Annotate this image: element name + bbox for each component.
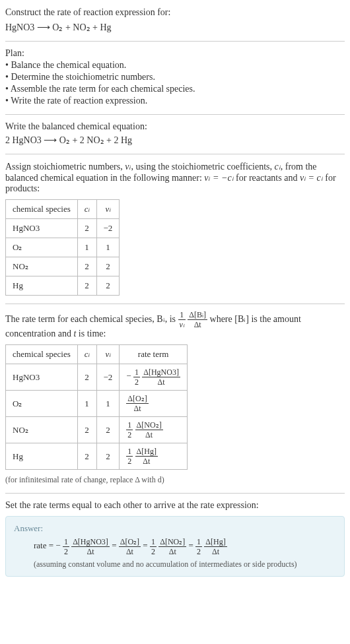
stoich-intro: Assign stoichiometric numbers, νᵢ, using… (5, 161, 345, 194)
fraction: 12 (133, 368, 140, 386)
numerator: 1 (126, 421, 133, 430)
table-row: HgNO3 2 −2 − 12 Δ[HgNO3]Δt (6, 364, 188, 391)
table-row: HgNO3 2 −2 (6, 219, 120, 238)
denominator: Δt (204, 547, 227, 556)
numerator: Δ[Hg] (135, 447, 158, 457)
divider (5, 304, 345, 304)
cell-nu: −2 (96, 219, 120, 238)
numerator: Δ[NO₂] (135, 421, 163, 430)
equals: = (112, 540, 119, 550)
fraction: Δ[HgNO3]Δt (142, 368, 180, 386)
text: , using the stoichiometric coefficients, (131, 162, 274, 172)
divider (5, 493, 345, 494)
final-intro: Set the rate terms equal to each other t… (5, 500, 345, 511)
balanced-equation: 2 HgNO3 ⟶ O₂ + 2 NO₂ + 2 Hg (5, 135, 345, 146)
balanced-section: Write the balanced chemical equation: 2 … (5, 121, 345, 146)
col-nu: νᵢ (96, 200, 120, 219)
numerator: 1 (195, 538, 202, 547)
final-section: Set the rate terms equal to each other t… (5, 500, 345, 577)
table-row: O₂ 1 1 (6, 238, 120, 257)
col-ci: cᵢ (77, 200, 96, 219)
plan-item: • Determine the stoichiometric numbers. (5, 72, 345, 82)
numerator: Δ[HgNO3] (71, 538, 110, 547)
divider (5, 154, 345, 154)
denominator: 2 (63, 547, 69, 556)
cell-rate: 12 Δ[Hg]Δt (120, 443, 188, 470)
fraction: Δ[Hg]Δt (204, 538, 227, 556)
cell-ci: 2 (77, 219, 96, 238)
cell-rate: 12 Δ[NO₂]Δt (120, 417, 188, 443)
denominator: Δt (135, 457, 158, 465)
fraction: Δ[O₂]Δt (119, 538, 141, 556)
answer-box: Answer: rate = − 12 Δ[HgNO3]Δt = Δ[O₂]Δt… (5, 516, 345, 577)
cell-species: NO₂ (6, 257, 78, 276)
text: Assign stoichiometric numbers, (5, 162, 125, 172)
denominator: Δt (135, 430, 163, 439)
text: is time: (76, 329, 106, 338)
col-rate: rate term (120, 345, 188, 364)
answer-assumption: (assuming constant volume and no accumul… (34, 560, 336, 569)
cell-nu: 1 (96, 391, 120, 417)
denominator: Δt (158, 547, 186, 556)
denominator: 2 (133, 377, 140, 386)
numerator: 1 (63, 538, 69, 547)
numerator: Δ[O₂] (126, 395, 148, 404)
fraction: Δ[NO₂]Δt (135, 421, 163, 439)
answer-expression: rate = − 12 Δ[HgNO3]Δt = Δ[O₂]Δt = 12 Δ[… (34, 538, 336, 556)
fraction: Δ[O₂]Δt (126, 395, 148, 412)
cell-nu: 2 (96, 443, 120, 470)
divider (5, 114, 345, 115)
cell-nu: 2 (96, 417, 120, 443)
table-row: NO₂ 2 2 (6, 257, 120, 276)
table-row: NO₂ 2 2 12 Δ[NO₂]Δt (6, 417, 188, 443)
numerator: 1 (150, 538, 157, 547)
fraction: 12 (126, 447, 133, 465)
cell-rate: − 12 Δ[HgNO3]Δt (120, 364, 188, 391)
numerator: Δ[Hg] (204, 538, 227, 547)
cell-species: O₂ (6, 391, 78, 417)
rateterm-note: (for infinitesimal rate of change, repla… (5, 475, 345, 485)
text: The rate term for each chemical species,… (5, 314, 178, 324)
denominator: Δt (119, 547, 141, 556)
cell-ci: 1 (77, 391, 96, 417)
cell-ci: 2 (77, 276, 96, 296)
relation: νᵢ = cᵢ (300, 173, 323, 183)
plan-section: Plan: • Balance the chemical equation. •… (5, 48, 345, 106)
fraction: Δ[NO₂]Δt (158, 538, 186, 556)
plan-item: • Assemble the rate term for each chemic… (5, 84, 345, 94)
col-nu: νᵢ (96, 345, 120, 364)
cell-species: NO₂ (6, 417, 78, 443)
numerator: Δ[Bᵢ] (188, 311, 207, 320)
denominator: 2 (126, 457, 133, 465)
cell-ci: 2 (77, 364, 96, 391)
denominator: 2 (126, 430, 133, 439)
col-ci: cᵢ (77, 345, 96, 364)
cell-ci: 2 (77, 257, 96, 276)
numerator: Δ[O₂] (119, 538, 141, 547)
fraction: 12 (126, 421, 133, 439)
prompt-title: Construct the rate of reaction expressio… (5, 5, 345, 19)
col-species: chemical species (6, 200, 78, 219)
denominator: Δt (142, 377, 180, 386)
rateterm-section: The rate term for each chemical species,… (5, 311, 345, 485)
text: for reactants and (234, 173, 300, 183)
table-row: Hg 2 2 12 Δ[Hg]Δt (6, 443, 188, 470)
numerator: Δ[NO₂] (158, 538, 186, 547)
cell-species: Hg (6, 443, 78, 470)
numerator: 1 (178, 311, 186, 320)
divider (5, 41, 345, 42)
plan-item: • Balance the chemical equation. (5, 60, 345, 71)
fraction: 1νᵢ (178, 311, 186, 329)
ci-symbol: cᵢ (275, 162, 281, 172)
cell-nu: 2 (96, 257, 120, 276)
sign: − (126, 371, 131, 381)
rateterm-table: chemical species cᵢ νᵢ rate term HgNO3 2… (5, 344, 188, 470)
table-header-row: chemical species cᵢ νᵢ (6, 200, 120, 219)
equals: = (143, 540, 150, 550)
prompt-equation: HgNO3 ⟶ O₂ + NO₂ + Hg (5, 22, 345, 33)
rate-label: rate = (34, 540, 55, 550)
fraction: 12 (63, 538, 69, 556)
cell-ci: 1 (77, 238, 96, 257)
fraction: 12 (150, 538, 157, 556)
cell-species: O₂ (6, 238, 78, 257)
